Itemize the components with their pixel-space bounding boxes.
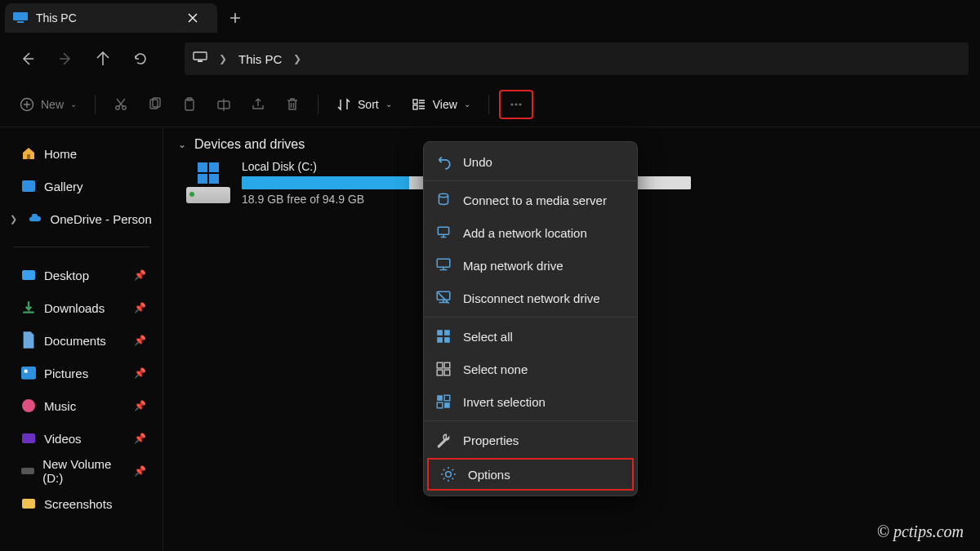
- share-button[interactable]: [243, 90, 274, 119]
- sidebar-item-gallery[interactable]: Gallery: [0, 170, 163, 202]
- pictures-icon: [21, 366, 36, 380]
- sidebar-item-label: Music: [44, 399, 76, 413]
- svg-rect-31: [444, 370, 450, 375]
- ctx-label: Invert selection: [463, 395, 546, 409]
- svg-rect-21: [438, 227, 448, 234]
- rename-icon: [216, 97, 231, 112]
- chevron-down-icon: ⌄: [70, 100, 77, 109]
- sidebar-item-home[interactable]: Home: [0, 137, 163, 170]
- pin-icon: 📌: [134, 302, 151, 313]
- svg-point-14: [510, 103, 513, 105]
- ctx-add-network[interactable]: Add a network location: [424, 216, 637, 249]
- sidebar-item-downloads[interactable]: Downloads 📌: [0, 291, 163, 324]
- refresh-button[interactable]: [124, 42, 157, 75]
- new-label: New: [41, 98, 64, 111]
- more-button[interactable]: [499, 90, 533, 119]
- tab-title: This PC: [36, 11, 172, 24]
- svg-point-16: [519, 103, 521, 105]
- ctx-label: Add a network location: [463, 226, 587, 240]
- network-location-icon: [435, 224, 452, 241]
- undo-icon: [435, 153, 452, 170]
- download-icon: [21, 300, 36, 315]
- monitor-icon: [13, 12, 28, 24]
- sidebar-item-label: Videos: [44, 432, 82, 446]
- ctx-label: Undo: [463, 155, 492, 169]
- ctx-options[interactable]: Options: [427, 458, 634, 491]
- sidebar-item-onedrive[interactable]: ❯ OneDrive - Persona: [0, 202, 163, 235]
- address-bar[interactable]: ❯ This PC ❯: [185, 42, 969, 75]
- navigation-row: ❯ This PC ❯: [0, 36, 980, 82]
- tab-this-pc[interactable]: This PC: [5, 3, 217, 33]
- svg-rect-0: [13, 12, 28, 20]
- view-icon: [412, 97, 426, 112]
- ctx-label: Properties: [463, 433, 519, 447]
- sidebar-item-music[interactable]: Music 📌: [0, 389, 163, 422]
- monitor-icon: [193, 51, 207, 66]
- map-drive-icon: [435, 257, 452, 273]
- paste-button[interactable]: [174, 90, 205, 119]
- pin-icon: 📌: [134, 400, 151, 411]
- cut-button[interactable]: [105, 90, 136, 119]
- forward-button[interactable]: [49, 42, 82, 75]
- sidebar-item-new-volume[interactable]: New Volume (D:) 📌: [0, 455, 163, 487]
- breadcrumb-item[interactable]: This PC: [238, 52, 282, 66]
- plus-circle-icon: [20, 97, 34, 112]
- ctx-properties[interactable]: Properties: [424, 424, 637, 456]
- svg-rect-25: [444, 330, 450, 335]
- back-button[interactable]: [11, 42, 44, 75]
- new-tab-button[interactable]: [220, 3, 250, 33]
- chevron-right-icon: ❯: [293, 53, 301, 64]
- up-button[interactable]: [87, 42, 119, 75]
- sidebar-item-documents[interactable]: Documents 📌: [0, 324, 163, 357]
- drive-icon: [21, 464, 34, 478]
- chevron-down-icon: ⌄: [385, 100, 392, 109]
- gear-icon: [440, 466, 457, 482]
- video-icon: [21, 431, 36, 446]
- ctx-invert-selection[interactable]: Invert selection: [424, 385, 637, 418]
- rename-button[interactable]: [208, 90, 239, 119]
- cloud-icon: [29, 211, 42, 226]
- sidebar-item-videos[interactable]: Videos 📌: [0, 422, 163, 455]
- svg-rect-3: [198, 60, 203, 62]
- ctx-label: Select all: [463, 330, 513, 344]
- ctx-select-all[interactable]: Select all: [424, 320, 637, 353]
- sidebar-item-desktop[interactable]: Desktop 📌: [0, 259, 163, 291]
- ctx-disconnect-drive[interactable]: Disconnect network drive: [424, 282, 637, 314]
- arrow-up-icon: [96, 51, 110, 66]
- arrow-right-icon: [58, 51, 73, 66]
- ctx-label: Map network drive: [463, 259, 564, 273]
- scissors-icon: [114, 97, 128, 112]
- sidebar-item-label: Documents: [44, 334, 106, 348]
- svg-point-19: [24, 370, 28, 374]
- svg-rect-35: [444, 402, 450, 408]
- copy-button[interactable]: [140, 90, 171, 119]
- sidebar-item-screenshots[interactable]: Screenshots: [0, 487, 163, 520]
- menu-separator: [424, 180, 637, 181]
- context-menu: Undo Connect to a media server Add a net…: [423, 141, 638, 496]
- svg-rect-17: [27, 154, 30, 159]
- pin-icon: 📌: [134, 335, 151, 346]
- folder-icon: [21, 496, 36, 511]
- refresh-icon: [133, 51, 148, 66]
- ctx-media-server[interactable]: Connect to a media server: [424, 184, 637, 216]
- view-button[interactable]: View ⌄: [403, 90, 479, 119]
- ctx-undo[interactable]: Undo: [424, 145, 637, 178]
- ctx-select-none[interactable]: Select none: [424, 353, 637, 385]
- new-button[interactable]: New ⌄: [11, 90, 85, 119]
- trash-icon: [285, 97, 300, 112]
- sort-button[interactable]: Sort ⌄: [328, 90, 400, 119]
- svg-point-20: [439, 193, 448, 197]
- pin-icon: 📌: [134, 367, 151, 379]
- svg-rect-30: [437, 370, 443, 375]
- delete-button[interactable]: [277, 90, 308, 119]
- copy-icon: [148, 97, 163, 112]
- menu-separator: [424, 317, 637, 318]
- sidebar-item-pictures[interactable]: Pictures 📌: [0, 357, 163, 389]
- tab-close-button[interactable]: [180, 5, 206, 31]
- svg-rect-22: [437, 259, 450, 267]
- ctx-map-drive[interactable]: Map network drive: [424, 249, 637, 282]
- disconnect-drive-icon: [435, 290, 452, 306]
- svg-rect-33: [444, 395, 450, 401]
- title-bar: This PC: [0, 0, 980, 36]
- svg-rect-2: [194, 52, 207, 60]
